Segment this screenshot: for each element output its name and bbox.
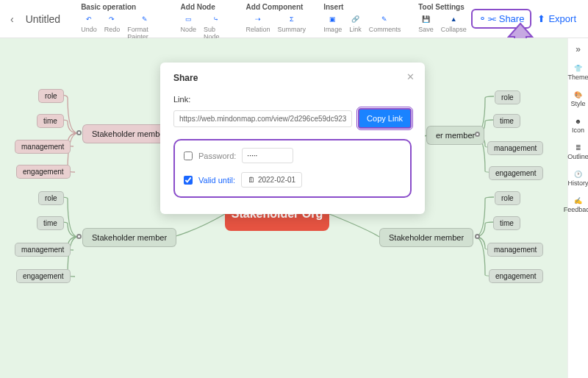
leaf-node[interactable]: engagement — [16, 165, 71, 179]
link-label: Link: — [173, 95, 412, 104]
node-button[interactable]: ▭Node — [181, 14, 197, 40]
leaf-node[interactable]: management — [15, 140, 71, 154]
right-rail: » 👕Theme 🎨Style ☻Icon ≣Outline 🕑History … — [567, 38, 588, 378]
undo-icon: ↶ — [84, 14, 94, 24]
comments-icon: ✎ — [379, 14, 390, 24]
leaf-node[interactable]: management — [487, 243, 543, 257]
group-addcomp-title: Add Component — [246, 3, 306, 11]
member-node[interactable]: Stakeholder member — [379, 228, 473, 247]
leaf-node[interactable]: engagement — [16, 269, 71, 283]
dialog-title: Share — [173, 73, 412, 83]
calendar-icon: 🗓 — [248, 176, 255, 184]
rail-style[interactable]: 🎨Style — [570, 91, 585, 107]
relation-icon: ⇢ — [253, 14, 263, 24]
link-icon: 🔗 — [350, 14, 360, 24]
collapse-icon: ▲ — [448, 14, 459, 24]
leaf-node[interactable]: role — [38, 191, 64, 205]
palette-icon: 🎨 — [574, 91, 582, 99]
share-dialog: Share ✕ Link: Copy Link Password: Valid … — [160, 63, 425, 214]
validuntil-date[interactable]: 🗓 2022-02-01 — [241, 172, 302, 188]
validuntil-label: Valid until: — [198, 176, 235, 185]
group-addnode-title: Add Node — [181, 3, 229, 11]
connector-joint — [76, 234, 82, 239]
share-icon: ⚬⫘ — [478, 13, 496, 24]
export-button[interactable]: ⬆ Export — [531, 10, 582, 27]
connector-joint — [76, 130, 82, 135]
smile-icon: ☻ — [575, 118, 581, 125]
feedback-icon: ✍ — [574, 197, 582, 204]
save-icon: 💾 — [420, 14, 431, 24]
format-painter-button[interactable]: ✎Format Painter — [127, 14, 162, 40]
rail-icon[interactable]: ☻Icon — [572, 118, 584, 134]
back-button[interactable]: ‹ — [6, 0, 18, 38]
group-insert-title: Insert — [323, 3, 401, 11]
collapse-rail-icon[interactable]: » — [576, 44, 581, 54]
link-input[interactable] — [173, 110, 352, 127]
connector-joint — [475, 132, 480, 137]
member-node[interactable]: Stakeholder member — [82, 228, 176, 247]
leaf-node[interactable]: role — [495, 191, 520, 205]
leaf-node[interactable]: time — [493, 216, 520, 230]
outline-icon: ≣ — [576, 144, 581, 151]
image-icon: ▣ — [328, 14, 338, 24]
password-label: Password: — [198, 151, 236, 160]
copy-link-button[interactable]: Copy Link — [358, 108, 412, 129]
redo-button[interactable]: ↷Redo — [104, 14, 121, 40]
leaf-node[interactable]: management — [15, 243, 71, 257]
group-basic-title: Basic operation — [81, 3, 162, 11]
rail-feedback[interactable]: ✍Feedback — [564, 197, 588, 213]
relation-button[interactable]: ⇢Relation — [246, 14, 270, 33]
undo-button[interactable]: ↶Undo — [81, 14, 97, 40]
password-checkbox[interactable] — [184, 151, 193, 160]
summary-icon: Σ — [287, 14, 297, 24]
share-options-highlight: Password: Valid until: 🗓 2022-02-01 — [173, 139, 412, 198]
summary-button[interactable]: ΣSummary — [278, 14, 306, 33]
comments-button[interactable]: ✎Comments — [369, 14, 401, 33]
leaf-node[interactable]: role — [495, 90, 520, 104]
format-painter-icon: ✎ — [140, 14, 150, 24]
leaf-node[interactable]: role — [38, 89, 64, 103]
close-icon: ✕ — [406, 71, 415, 82]
link-button[interactable]: 🔗Link — [349, 14, 362, 33]
rail-history[interactable]: 🕑History — [568, 171, 589, 187]
doc-title: Untitled — [18, 0, 68, 38]
leaf-node[interactable]: engagement — [489, 166, 543, 180]
connector-joint — [475, 234, 480, 239]
leaf-node[interactable]: time — [37, 114, 64, 128]
close-button[interactable]: ✕ — [406, 71, 415, 82]
leaf-node[interactable]: management — [487, 141, 543, 155]
leaf-node[interactable]: time — [493, 114, 520, 128]
leaf-node[interactable]: engagement — [489, 269, 543, 283]
rail-theme[interactable]: 👕Theme — [568, 65, 589, 81]
save-button[interactable]: 💾Save — [418, 14, 434, 33]
node-icon: ▭ — [183, 14, 193, 24]
password-input[interactable] — [242, 148, 293, 163]
validuntil-checkbox[interactable] — [184, 176, 193, 185]
subnode-button[interactable]: ⤷Sub Node — [204, 14, 229, 40]
rail-outline[interactable]: ≣Outline — [567, 144, 588, 160]
shirt-icon: 👕 — [574, 65, 582, 72]
collapse-button[interactable]: ▲Collapse — [441, 14, 467, 33]
image-button[interactable]: ▣Image — [323, 14, 342, 33]
history-icon: 🕑 — [574, 171, 582, 178]
group-tool-title: Tool Settings — [418, 3, 467, 11]
export-icon: ⬆ — [537, 13, 545, 24]
subnode-icon: ⤷ — [211, 14, 221, 24]
leaf-node[interactable]: time — [37, 216, 64, 230]
redo-icon: ↷ — [107, 14, 117, 24]
